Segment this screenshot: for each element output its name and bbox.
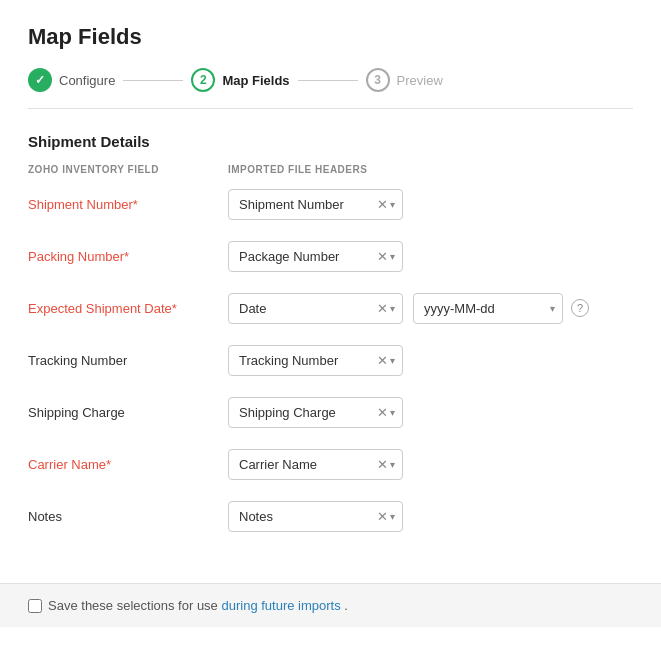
field-label-tracking-number: Tracking Number: [28, 353, 228, 368]
field-row-shipping-charge: Shipping Charge Shipment Number Package …: [28, 393, 633, 431]
field-label-packing-number: Packing Number*: [28, 249, 228, 264]
step-map-fields-label: Map Fields: [222, 73, 289, 88]
col-header-field: ZOHO INVENTORY FIELD: [28, 164, 228, 175]
field-row-shipment-number: Shipment Number* Shipment Number Package…: [28, 185, 633, 223]
expected-date-clear-icon[interactable]: ✕: [377, 301, 388, 316]
step-connector-1: [123, 80, 183, 81]
field-row-carrier-name: Carrier Name* Shipment Number Package Nu…: [28, 445, 633, 483]
field-row-packing-number: Packing Number* Shipment Number Package …: [28, 237, 633, 275]
page-wrapper: Map Fields ✓ Configure 2 Map Fields 3 Pr…: [0, 0, 661, 573]
step-preview-label: Preview: [397, 73, 443, 88]
field-label-expected-shipment-date: Expected Shipment Date*: [28, 301, 228, 316]
notes-clear-icon[interactable]: ✕: [377, 509, 388, 524]
date-format-help-icon[interactable]: ?: [571, 299, 589, 317]
shipment-number-clear-icon[interactable]: ✕: [377, 197, 388, 212]
carrier-name-select-wrapper: Shipment Number Package Number Tracking …: [228, 449, 403, 480]
footer-text: Save these selections for use during fut…: [48, 598, 348, 613]
footer-save-text: Save: [48, 598, 78, 613]
packing-number-clear-icon[interactable]: ✕: [377, 249, 388, 264]
footer-end-text: .: [344, 598, 348, 613]
field-row-tracking-number: Tracking Number Shipment Number Package …: [28, 341, 633, 379]
step-preview-circle: 3: [366, 68, 390, 92]
step-configure: ✓ Configure: [28, 68, 115, 92]
field-label-shipping-charge: Shipping Charge: [28, 405, 228, 420]
stepper: ✓ Configure 2 Map Fields 3 Preview: [28, 68, 633, 109]
expected-date-select-wrapper: Date Shipment Number Package Number Trac…: [228, 293, 403, 324]
field-row-notes: Notes Shipment Number Package Number Tra…: [28, 497, 633, 535]
shipping-charge-clear-icon[interactable]: ✕: [377, 405, 388, 420]
step-configure-circle: ✓: [28, 68, 52, 92]
field-label-shipment-number: Shipment Number*: [28, 197, 228, 212]
field-label-carrier-name: Carrier Name*: [28, 457, 228, 472]
footer-middle-text: these selections for use: [81, 598, 221, 613]
save-selections-checkbox[interactable]: [28, 599, 42, 613]
shipment-number-select-wrapper: Shipment Number Package Number Tracking …: [228, 189, 403, 220]
tracking-number-clear-icon[interactable]: ✕: [377, 353, 388, 368]
packing-number-select-wrapper: Shipment Number Package Number Tracking …: [228, 241, 403, 272]
footer-bar: Save these selections for use during fut…: [0, 583, 661, 627]
step-map-fields-circle: 2: [191, 68, 215, 92]
footer-link[interactable]: during future imports: [221, 598, 340, 613]
field-row-expected-shipment-date: Expected Shipment Date* Date Shipment Nu…: [28, 289, 633, 327]
shipping-charge-select-wrapper: Shipment Number Package Number Tracking …: [228, 397, 403, 428]
col-headers: ZOHO INVENTORY FIELD IMPORTED FILE HEADE…: [28, 164, 633, 175]
date-format-select[interactable]: yyyy-MM-dd MM/dd/yyyy dd/MM/yyyy MM-dd-y…: [413, 293, 563, 324]
step-configure-label: Configure: [59, 73, 115, 88]
section-title: Shipment Details: [28, 133, 633, 150]
tracking-number-select-wrapper: Shipment Number Package Number Tracking …: [228, 345, 403, 376]
field-label-notes: Notes: [28, 509, 228, 524]
date-format-wrapper: yyyy-MM-dd MM/dd/yyyy dd/MM/yyyy MM-dd-y…: [413, 293, 563, 324]
step-connector-2: [298, 80, 358, 81]
step-map-fields: 2 Map Fields: [191, 68, 289, 92]
col-header-import: IMPORTED FILE HEADERS: [228, 164, 448, 175]
carrier-name-clear-icon[interactable]: ✕: [377, 457, 388, 472]
notes-select-wrapper: Shipment Number Package Number Tracking …: [228, 501, 403, 532]
page-title: Map Fields: [28, 24, 633, 50]
step-preview: 3 Preview: [366, 68, 443, 92]
